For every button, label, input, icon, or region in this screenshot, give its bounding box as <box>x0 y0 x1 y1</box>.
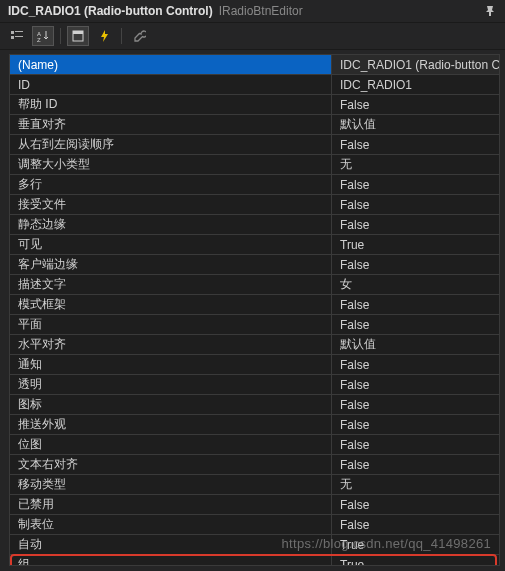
property-value-cell[interactable]: False <box>332 515 499 535</box>
property-row[interactable]: 水平对齐默认值 <box>10 335 499 355</box>
property-row[interactable]: 静态边缘False <box>10 215 499 235</box>
property-value-cell[interactable]: False <box>332 375 499 395</box>
property-value-cell[interactable]: False <box>332 415 499 435</box>
property-row[interactable]: 可见True <box>10 235 499 255</box>
property-row[interactable]: 文本右对齐False <box>10 455 499 475</box>
property-value-cell[interactable]: IDC_RADIO1 <box>332 75 499 95</box>
property-value-cell[interactable]: False <box>332 135 499 155</box>
property-row[interactable]: 制表位False <box>10 515 499 535</box>
property-value-cell[interactable]: True <box>332 535 499 555</box>
property-grid[interactable]: (Name)IDC_RADIO1 (Radio-button CoIDIDC_R… <box>9 54 500 566</box>
property-name-cell[interactable]: 透明 <box>10 375 332 395</box>
property-row[interactable]: 垂直对齐默认值 <box>10 115 499 135</box>
events-icon[interactable] <box>93 26 115 46</box>
property-value-cell[interactable]: 女 <box>332 275 499 295</box>
property-row[interactable]: 透明False <box>10 375 499 395</box>
property-row[interactable]: 接受文件False <box>10 195 499 215</box>
property-name-cell[interactable]: 自动 <box>10 535 332 555</box>
property-row[interactable]: 模式框架False <box>10 295 499 315</box>
property-name-cell[interactable]: (Name) <box>10 55 332 75</box>
property-value-cell[interactable]: False <box>332 395 499 415</box>
svg-rect-2 <box>11 36 14 39</box>
toolbar-separator <box>60 28 61 44</box>
property-row[interactable]: 客户端边缘False <box>10 255 499 275</box>
property-value-cell[interactable]: False <box>332 315 499 335</box>
property-name-cell[interactable]: 模式框架 <box>10 295 332 315</box>
property-name-cell[interactable]: 多行 <box>10 175 332 195</box>
property-value-cell[interactable]: False <box>332 95 499 115</box>
property-name-cell[interactable]: 接受文件 <box>10 195 332 215</box>
property-name-cell[interactable]: 组 <box>10 555 332 566</box>
property-name-cell[interactable]: 静态边缘 <box>10 215 332 235</box>
property-value-cell[interactable]: 默认值 <box>332 115 499 135</box>
panel-titlebar: IDC_RADIO1 (Radio-button Control) IRadio… <box>0 0 505 23</box>
property-name-cell[interactable]: ID <box>10 75 332 95</box>
property-name-cell[interactable]: 调整大小类型 <box>10 155 332 175</box>
property-row[interactable]: 描述文字女 <box>10 275 499 295</box>
property-value-cell[interactable]: 默认值 <box>332 335 499 355</box>
property-row[interactable]: 帮助 IDFalse <box>10 95 499 115</box>
property-value-cell[interactable]: False <box>332 195 499 215</box>
property-row[interactable]: 调整大小类型无 <box>10 155 499 175</box>
svg-rect-0 <box>11 31 14 34</box>
property-value-cell[interactable]: IDC_RADIO1 (Radio-button Co <box>332 55 499 75</box>
panel-title-main: IDC_RADIO1 (Radio-button Control) <box>8 4 213 18</box>
property-row[interactable]: 推送外观False <box>10 415 499 435</box>
property-row[interactable]: 组True <box>10 555 499 566</box>
property-name-cell[interactable]: 从右到左阅读顺序 <box>10 135 332 155</box>
svg-rect-3 <box>15 36 23 37</box>
property-name-cell[interactable]: 图标 <box>10 395 332 415</box>
panel-title-sub: IRadioBtnEditor <box>219 4 303 18</box>
property-row[interactable]: (Name)IDC_RADIO1 (Radio-button Co <box>10 55 499 75</box>
pin-icon[interactable] <box>483 4 497 18</box>
property-name-cell[interactable]: 位图 <box>10 435 332 455</box>
properties-toolbar: AZ <box>0 23 505 50</box>
property-row[interactable]: 从右到左阅读顺序False <box>10 135 499 155</box>
property-name-cell[interactable]: 平面 <box>10 315 332 335</box>
property-row[interactable]: 已禁用False <box>10 495 499 515</box>
property-row[interactable]: 平面False <box>10 315 499 335</box>
property-name-cell[interactable]: 帮助 ID <box>10 95 332 115</box>
property-name-cell[interactable]: 垂直对齐 <box>10 115 332 135</box>
svg-rect-7 <box>73 31 83 34</box>
svg-rect-1 <box>15 31 23 32</box>
property-pages-icon[interactable] <box>128 26 150 46</box>
property-value-cell[interactable]: 无 <box>332 155 499 175</box>
property-name-cell[interactable]: 移动类型 <box>10 475 332 495</box>
property-value-cell[interactable]: False <box>332 455 499 475</box>
property-name-cell[interactable]: 推送外观 <box>10 415 332 435</box>
properties-panel: IDC_RADIO1 (Radio-button Control) IRadio… <box>0 0 505 571</box>
property-row[interactable]: 通知False <box>10 355 499 375</box>
property-row[interactable]: 位图False <box>10 435 499 455</box>
property-row[interactable]: 多行False <box>10 175 499 195</box>
property-name-cell[interactable]: 水平对齐 <box>10 335 332 355</box>
categorized-icon[interactable] <box>6 26 28 46</box>
property-value-cell[interactable]: 无 <box>332 475 499 495</box>
property-value-cell[interactable]: False <box>332 355 499 375</box>
svg-text:Z: Z <box>37 37 41 43</box>
property-value-cell[interactable]: True <box>332 235 499 255</box>
property-value-cell[interactable]: False <box>332 295 499 315</box>
property-name-cell[interactable]: 描述文字 <box>10 275 332 295</box>
toolbar-separator <box>121 28 122 44</box>
property-row[interactable]: 自动True <box>10 535 499 555</box>
property-name-cell[interactable]: 通知 <box>10 355 332 375</box>
property-value-cell[interactable]: False <box>332 495 499 515</box>
property-value-cell[interactable]: False <box>332 215 499 235</box>
property-value-cell[interactable]: True <box>332 555 499 566</box>
property-value-cell[interactable]: False <box>332 175 499 195</box>
property-name-cell[interactable]: 客户端边缘 <box>10 255 332 275</box>
property-name-cell[interactable]: 已禁用 <box>10 495 332 515</box>
property-name-cell[interactable]: 制表位 <box>10 515 332 535</box>
property-row[interactable]: 图标False <box>10 395 499 415</box>
property-value-cell[interactable]: False <box>332 255 499 275</box>
property-row[interactable]: 移动类型无 <box>10 475 499 495</box>
property-row[interactable]: IDIDC_RADIO1 <box>10 75 499 95</box>
alphabetical-icon[interactable]: AZ <box>32 26 54 46</box>
properties-icon[interactable] <box>67 26 89 46</box>
property-name-cell[interactable]: 文本右对齐 <box>10 455 332 475</box>
property-value-cell[interactable]: False <box>332 435 499 455</box>
property-name-cell[interactable]: 可见 <box>10 235 332 255</box>
